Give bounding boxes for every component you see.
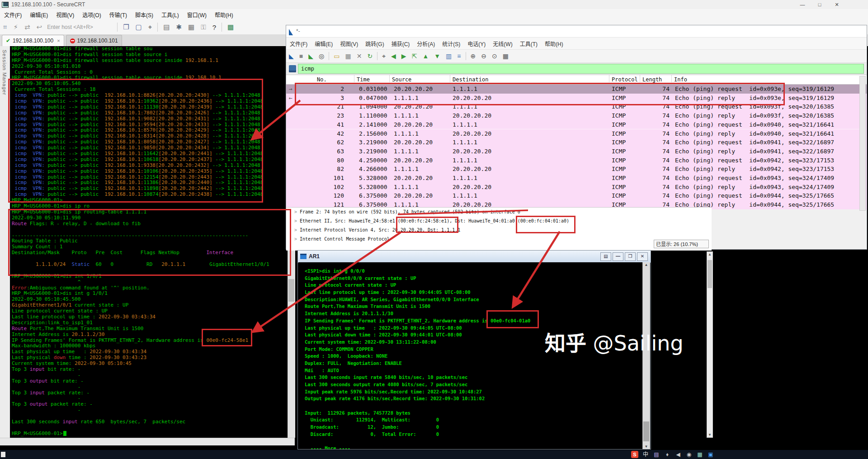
minimize-button[interactable]: — bbox=[794, 0, 811, 9]
ws-menu-item[interactable]: 统计(S) bbox=[439, 40, 464, 47]
quick-connect-icon[interactable]: ⚡ bbox=[10, 23, 21, 31]
sogou-input-icon[interactable]: S bbox=[631, 451, 638, 458]
tab-close-icon[interactable]: × bbox=[57, 38, 60, 43]
ws-menu-item[interactable]: 跳转(G) bbox=[362, 40, 387, 47]
expand-chevron-icon[interactable]: > bbox=[294, 218, 300, 223]
detail-line[interactable]: > Internet Control Message Protocol bbox=[286, 235, 712, 244]
taskbar-start-chip[interactable] bbox=[1, 452, 5, 457]
reconnect-icon[interactable]: ⇄ bbox=[21, 23, 33, 31]
find-icon[interactable]: ⌖ bbox=[145, 23, 155, 31]
packet-list-header[interactable]: No.TimeSourceDestinationProtocolLengthIn… bbox=[286, 75, 867, 85]
go-bottom-icon[interactable]: ▼ bbox=[431, 52, 443, 60]
packet-row-23[interactable]: 231.1100001.1.1.120.20.20.20ICMP74Echo (… bbox=[286, 111, 867, 120]
open-file-icon[interactable]: ▭ bbox=[331, 52, 342, 60]
zoom-reset-icon[interactable]: ⊙ bbox=[489, 52, 500, 60]
copy-icon[interactable]: ❐ bbox=[120, 23, 132, 31]
session-manager-icon[interactable]: ▩ bbox=[224, 23, 237, 31]
ar1-minimize-button[interactable]: — bbox=[613, 252, 623, 261]
session-manager-sidebar[interactable]: Session Manager bbox=[0, 46, 10, 438]
column-header-no[interactable]: No. bbox=[317, 75, 327, 84]
capture-options-icon[interactable]: ◎ bbox=[316, 52, 327, 60]
ws-menu-item[interactable]: 文件(F) bbox=[286, 40, 311, 47]
packet-row-42[interactable]: 422.1560001.1.1.120.20.20.20ICMP74Echo (… bbox=[286, 129, 867, 138]
column-header-length[interactable]: Length bbox=[642, 75, 662, 84]
find-packet-icon[interactable]: ⌖ bbox=[379, 52, 388, 60]
scrollbar-thumb[interactable] bbox=[708, 260, 712, 288]
packet-detail-pane[interactable]: > Frame 2: 74 bytes on wire (592 bits), … bbox=[286, 207, 712, 251]
save-file-icon[interactable]: ▦ bbox=[342, 52, 354, 60]
reload-icon[interactable]: ↻ bbox=[364, 52, 375, 60]
ar1-close-button[interactable]: ✕ bbox=[637, 252, 648, 261]
packet-row-102[interactable]: 1025.3280001.1.1.120.20.20.20ICMP74Echo … bbox=[286, 183, 867, 192]
packet-list-scrollbar[interactable] bbox=[859, 76, 866, 211]
recorder-icon[interactable]: ◉ bbox=[684, 450, 694, 459]
packet-row-80[interactable]: 804.25000020.20.20.201.1.1.1ICMP74Echo (… bbox=[286, 156, 867, 165]
help-icon[interactable]: ? bbox=[209, 24, 219, 31]
print-icon[interactable]: ▤ bbox=[160, 23, 173, 31]
ws-menu-item[interactable]: 捕获(C) bbox=[388, 40, 414, 47]
session-connect-icon[interactable]: ⌗ bbox=[0, 23, 10, 31]
go-forward-icon[interactable]: ▶ bbox=[399, 52, 409, 60]
detail-line[interactable]: > Internet Protocol Version 4, Src: 20.2… bbox=[286, 226, 712, 235]
column-header-time[interactable]: Time bbox=[357, 75, 370, 84]
auto-scroll-icon[interactable]: ▥ bbox=[443, 52, 454, 60]
mic-icon[interactable]: ♦ bbox=[662, 450, 673, 459]
ime-chinese-icon[interactable]: 中 bbox=[640, 450, 651, 459]
column-header-info[interactable]: Info bbox=[674, 75, 687, 84]
terminal-output[interactable]: HRP_M<USG6000-01>dis firewall session ta… bbox=[10, 46, 288, 438]
scroll-up-icon[interactable]: ▲ bbox=[707, 252, 712, 256]
resize-columns-icon[interactable]: ▦ bbox=[500, 52, 511, 60]
crt-menu-item[interactable]: 帮助(H) bbox=[211, 11, 237, 19]
expand-chevron-icon[interactable]: > bbox=[294, 209, 300, 214]
ar1-maximize-button[interactable]: ❐ bbox=[625, 252, 636, 261]
go-top-icon[interactable]: ▲ bbox=[420, 52, 431, 60]
packet-row-62[interactable]: 623.21900020.20.20.201.1.1.1ICMP74Echo (… bbox=[286, 138, 867, 147]
crt-menu-item[interactable]: 工具(L) bbox=[157, 11, 183, 19]
ar1-scroll-down-icon[interactable]: ▼ bbox=[643, 445, 650, 449]
restart-capture-icon[interactable]: ◣ bbox=[306, 52, 316, 60]
terminal-scrollbar-thumb[interactable] bbox=[288, 279, 294, 302]
packet-row-101[interactable]: 1015.32800020.20.20.201.1.1.1ICMP74Echo … bbox=[286, 174, 867, 183]
maximize-button[interactable]: □ bbox=[811, 0, 828, 9]
go-jump-icon[interactable]: ⇱ bbox=[409, 52, 420, 60]
taskbar[interactable]: S中▤♦◀◉▦▣ bbox=[0, 450, 868, 459]
column-header-protocol[interactable]: Protocol bbox=[612, 75, 638, 84]
ar1-panel-button[interactable]: ▤ bbox=[600, 252, 611, 261]
background-window-scrollbar[interactable]: ▲ ▼ bbox=[707, 251, 713, 438]
column-header-source[interactable]: Source bbox=[392, 75, 411, 84]
ar1-scroll-up-icon[interactable]: ▲ bbox=[643, 263, 650, 267]
crt-menu-item[interactable]: 选项(O) bbox=[78, 11, 105, 19]
packet-row-2[interactable]: →20.03100020.20.20.201.1.1.1ICMP74Echo (… bbox=[286, 85, 867, 94]
crt-menu-item[interactable]: 脚本(S) bbox=[131, 11, 157, 19]
ws-menu-item[interactable]: 编辑(E) bbox=[311, 40, 336, 47]
keyboard-tray-icon[interactable]: ▦ bbox=[694, 450, 705, 459]
crt-menu-item[interactable]: 窗口(W) bbox=[183, 11, 211, 19]
paste-icon[interactable]: ▢ bbox=[132, 23, 145, 31]
display-tray-icon[interactable]: ▣ bbox=[705, 450, 716, 459]
go-back-icon[interactable]: ◀ bbox=[388, 52, 399, 60]
ws-menu-item[interactable]: 视图(V) bbox=[336, 40, 362, 47]
ar1-scrollbar-thumb[interactable] bbox=[643, 421, 649, 441]
ws-menu-item[interactable]: 工具(T) bbox=[516, 40, 541, 47]
display-filter-input[interactable]: icmp bbox=[298, 64, 864, 74]
packet-row-41[interactable]: 412.14100020.20.20.201.1.1.1ICMP74Echo (… bbox=[286, 120, 867, 129]
ws-menu-item[interactable]: 无线(W) bbox=[489, 40, 516, 47]
packet-row-63[interactable]: 633.2190001.1.1.120.20.20.20ICMP74Echo (… bbox=[286, 147, 867, 156]
keyboard-icon[interactable]: ▦ bbox=[185, 23, 198, 31]
disconnect-icon[interactable]: ↩ bbox=[33, 23, 46, 31]
ime-panel-icon[interactable]: ▤ bbox=[651, 450, 662, 459]
expand-chevron-icon[interactable]: > bbox=[294, 227, 300, 232]
stop-capture-icon[interactable]: ■ bbox=[297, 52, 306, 60]
close-file-icon[interactable]: ✕ bbox=[354, 52, 365, 60]
expand-chevron-icon[interactable]: > bbox=[294, 237, 300, 241]
key-icon[interactable]: ⚿ bbox=[198, 23, 209, 31]
ar1-titlebar[interactable]: AR1 ▤—❐✕ bbox=[298, 251, 651, 263]
packet-row-21[interactable]: 211.09400020.20.20.201.1.1.1ICMP74Echo (… bbox=[286, 102, 867, 111]
packet-row-3[interactable]: ←30.0470001.1.1.120.20.20.20ICMP74Echo (… bbox=[286, 94, 867, 103]
session-tab-192.168.100.100[interactable]: ✔192.168.100.100× bbox=[2, 35, 64, 46]
crt-menu-item[interactable]: 编辑(E) bbox=[26, 11, 52, 19]
colorize-icon[interactable]: ≡ bbox=[454, 52, 463, 60]
zoom-in-icon[interactable]: ⊕ bbox=[468, 52, 479, 60]
crt-menu-item[interactable]: 视图(V) bbox=[52, 11, 78, 19]
crt-menu-item[interactable]: 文件(F) bbox=[0, 11, 26, 19]
